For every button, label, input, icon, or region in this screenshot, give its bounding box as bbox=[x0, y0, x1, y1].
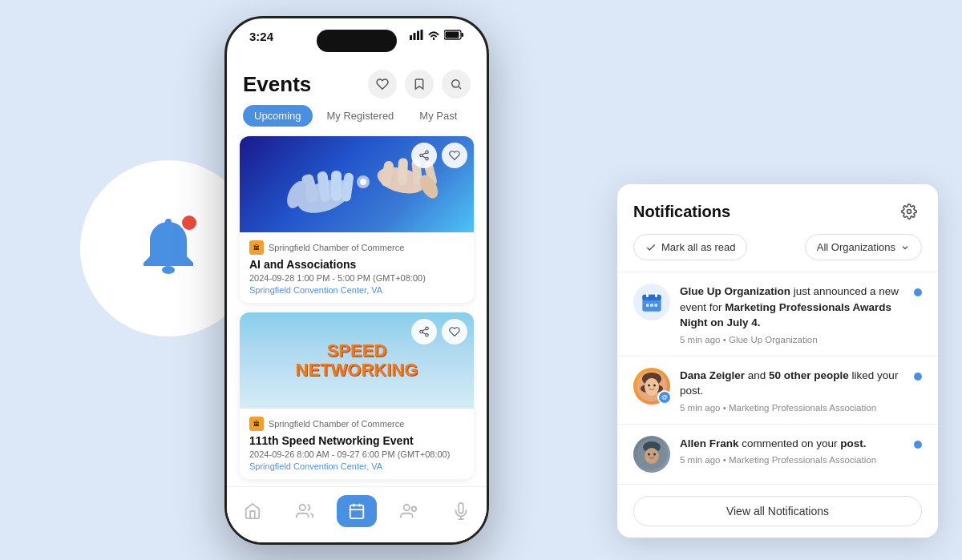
share-button-speed[interactable] bbox=[411, 319, 437, 344]
unread-dot-glueup bbox=[914, 288, 922, 296]
nav-events[interactable] bbox=[337, 495, 377, 527]
notif-sep-dana: • bbox=[723, 403, 729, 413]
speed-networking-text: SPEEDNETWORKING bbox=[296, 341, 418, 380]
svg-point-30 bbox=[426, 327, 429, 330]
event-card-ai[interactable]: 🏛 Springfield Chamber of Commerce AI and… bbox=[240, 136, 474, 303]
view-all-notifications-button[interactable]: View all Notifications bbox=[633, 496, 922, 526]
mark-all-read-label: Mark all as read bbox=[661, 241, 735, 253]
event-date-speed: 2024-09-26 8:00 AM - 09-27 6:00 PM (GMT+… bbox=[249, 449, 464, 459]
org-name-ai: Springfield Chamber of Commerce bbox=[269, 243, 404, 252]
favorite-button-ai[interactable] bbox=[442, 143, 467, 168]
svg-rect-2 bbox=[410, 35, 412, 40]
calendar-icon bbox=[641, 291, 663, 313]
notification-title: Notifications bbox=[633, 203, 730, 221]
search-button[interactable] bbox=[442, 70, 471, 99]
event-name-ai: AI and Associations bbox=[249, 258, 464, 271]
dana-badge: @ bbox=[657, 390, 672, 405]
svg-rect-4 bbox=[417, 31, 419, 41]
tab-my-past[interactable]: My Past bbox=[408, 105, 468, 127]
notification-controls: Mark all as read All Organizations bbox=[617, 234, 938, 272]
signal-icon bbox=[410, 30, 423, 40]
network-icon bbox=[296, 502, 313, 520]
event-actions-ai bbox=[411, 143, 467, 168]
battery-icon bbox=[444, 30, 464, 40]
svg-point-9 bbox=[452, 80, 459, 87]
svg-line-29 bbox=[422, 153, 426, 155]
org-logo-speed: 🏛 bbox=[249, 417, 264, 431]
share-button-ai[interactable] bbox=[411, 143, 437, 168]
svg-rect-36 bbox=[350, 505, 364, 518]
allen-face bbox=[637, 439, 667, 469]
svg-rect-46 bbox=[642, 295, 661, 300]
org-name-speed: Springfield Chamber of Commerce bbox=[269, 419, 404, 429]
dana-avatar-wrapper: @ bbox=[633, 368, 670, 405]
notification-panel: Notifications Mark all as read All Organ… bbox=[617, 184, 938, 538]
mark-all-read-button[interactable]: Mark all as read bbox=[633, 234, 747, 260]
svg-point-35 bbox=[300, 504, 305, 510]
notification-body-dana: Dana Zeigler and 50 other people liked y… bbox=[680, 368, 904, 413]
svg-line-33 bbox=[422, 332, 426, 334]
event-org-ai: 🏛 Springfield Chamber of Commerce bbox=[249, 240, 464, 255]
svg-point-32 bbox=[426, 333, 429, 336]
svg-rect-3 bbox=[414, 33, 416, 40]
notif-sep-allen: • bbox=[723, 455, 729, 465]
svg-point-25 bbox=[426, 151, 429, 154]
event-card-speed[interactable]: SPEEDNETWORKING bbox=[240, 312, 474, 479]
notification-settings-button[interactable] bbox=[896, 199, 922, 224]
notif-time-glueup: 5 min ago bbox=[680, 335, 721, 344]
tab-upcoming[interactable]: Upcoming bbox=[243, 105, 313, 127]
chevron-down-icon bbox=[900, 243, 910, 252]
svg-rect-51 bbox=[655, 304, 658, 307]
svg-rect-5 bbox=[421, 30, 423, 40]
event-image-speed: SPEEDNETWORKING bbox=[240, 312, 474, 409]
notification-item-glueup[interactable]: Glue Up Organization just announced a ne… bbox=[617, 272, 938, 357]
home-icon bbox=[244, 502, 261, 520]
nav-mic[interactable] bbox=[441, 495, 481, 527]
notif-separator: • bbox=[723, 335, 729, 344]
org-filter-button[interactable]: All Organizations bbox=[805, 234, 922, 260]
svg-point-26 bbox=[420, 154, 423, 157]
svg-rect-50 bbox=[650, 304, 653, 307]
nav-home[interactable] bbox=[232, 495, 273, 527]
svg-point-60 bbox=[645, 448, 659, 464]
event-info-speed: 🏛 Springfield Chamber of Commerce 111th … bbox=[240, 409, 474, 479]
svg-point-24 bbox=[360, 179, 366, 185]
notif-allen-bold: Allen Frank bbox=[680, 437, 739, 449]
svg-point-0 bbox=[162, 266, 175, 274]
status-icons bbox=[410, 30, 464, 40]
allen-avatar bbox=[633, 436, 670, 473]
check-icon bbox=[645, 242, 657, 253]
svg-point-40 bbox=[403, 504, 409, 510]
notification-text-allen: Allen Frank commented on your post. bbox=[680, 436, 904, 452]
bell-notification-dot bbox=[180, 214, 198, 232]
favorite-button-speed[interactable] bbox=[442, 319, 467, 344]
gear-icon bbox=[901, 203, 917, 220]
svg-rect-1 bbox=[165, 219, 172, 225]
nav-community[interactable] bbox=[389, 495, 429, 527]
wifi-icon bbox=[427, 30, 440, 40]
search-icon bbox=[450, 78, 463, 91]
heart-button[interactable] bbox=[368, 70, 397, 99]
notif-org-bold: Glue Up Organization bbox=[680, 285, 790, 297]
glueup-avatar bbox=[633, 284, 670, 320]
nav-network[interactable] bbox=[285, 495, 325, 527]
svg-rect-7 bbox=[462, 33, 464, 37]
svg-rect-49 bbox=[646, 304, 649, 307]
notification-item-allen[interactable]: Allen Frank commented on your post. 5 mi… bbox=[617, 425, 938, 485]
svg-point-62 bbox=[653, 453, 656, 455]
share-icon bbox=[418, 150, 430, 161]
heart-icon-speed bbox=[449, 326, 460, 337]
notification-item-dana[interactable]: @ Dana Zeigler and 50 other people liked… bbox=[617, 357, 938, 425]
bookmark-button[interactable] bbox=[405, 70, 434, 99]
svg-point-56 bbox=[648, 384, 650, 386]
notif-event-bold: Marketing Professionals Awards Night on … bbox=[680, 301, 891, 329]
svg-point-55 bbox=[645, 378, 659, 396]
notif-count-bold: 50 other people bbox=[769, 369, 849, 381]
notif-time-allen: 5 min ago bbox=[680, 455, 721, 465]
svg-point-44 bbox=[907, 210, 911, 214]
svg-point-57 bbox=[653, 384, 656, 386]
svg-line-28 bbox=[422, 156, 426, 158]
bell-icon-wrapper bbox=[132, 212, 204, 284]
tab-my-registered[interactable]: My Registered bbox=[316, 105, 406, 127]
svg-point-61 bbox=[648, 453, 650, 455]
